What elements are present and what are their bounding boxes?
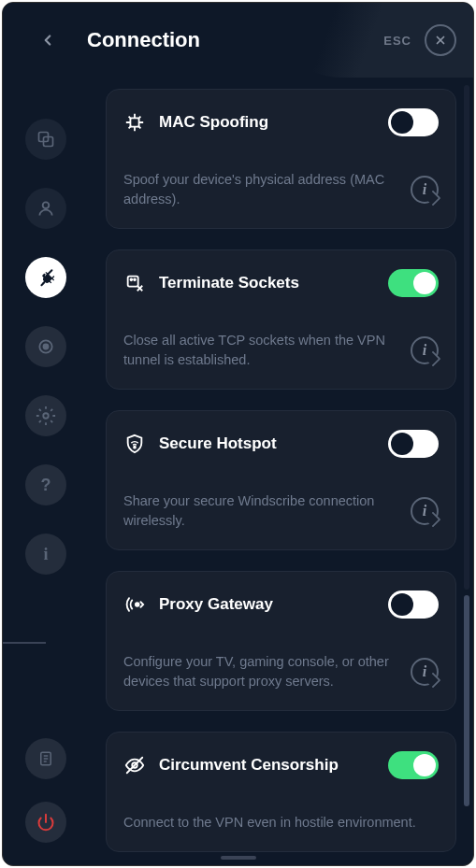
card-title: Proxy Gateway	[159, 595, 375, 614]
card-desc: Share your secure Windscribe connection …	[123, 491, 397, 531]
svg-point-7	[43, 413, 49, 419]
svg-point-27	[134, 447, 136, 448]
broadcast-icon	[123, 593, 146, 616]
sidebar-item-general[interactable]	[25, 119, 66, 160]
sidebar-item-advanced[interactable]	[25, 395, 66, 436]
app-window: Connection ESC	[2, 2, 474, 866]
svg-line-18	[129, 117, 132, 120]
back-button[interactable]	[35, 27, 61, 53]
card-title: MAC Spoofing	[159, 113, 375, 132]
svg-line-21	[129, 126, 132, 129]
toggle-proxy-gateway[interactable]	[388, 591, 439, 619]
scroll-thumb[interactable]	[464, 595, 469, 806]
svg-rect-22	[128, 277, 138, 287]
sidebar-item-quit[interactable]	[25, 802, 66, 843]
close-button[interactable]	[425, 24, 456, 56]
sidebar-item-connection[interactable]	[25, 257, 66, 298]
card-desc: Configure your TV, gaming console, or ot…	[123, 652, 397, 691]
doc-icon	[37, 749, 54, 768]
sidebar-item-logs[interactable]	[25, 738, 66, 779]
scroll-thumb[interactable]	[464, 85, 469, 590]
overlap-icon	[36, 130, 55, 149]
info-icon: i	[43, 545, 48, 564]
header: Connection ESC	[3, 3, 473, 78]
person-icon	[36, 199, 55, 218]
shield-wifi-icon	[123, 433, 146, 455]
plug-icon	[36, 267, 56, 288]
svg-rect-13	[130, 118, 138, 126]
eye-slash-icon	[123, 754, 146, 776]
toggle-terminate-sockets[interactable]	[388, 269, 439, 297]
toggle-secure-hotspot[interactable]	[388, 430, 439, 458]
svg-point-23	[130, 278, 132, 280]
card-title: Circumvent Censorship	[159, 756, 375, 775]
svg-line-20	[138, 117, 141, 120]
sidebar-item-about[interactable]: i	[25, 534, 66, 575]
scrollbar[interactable]	[464, 85, 469, 795]
svg-point-28	[136, 603, 139, 606]
info-button[interactable]: i	[411, 336, 439, 364]
svg-line-19	[138, 126, 141, 129]
card-desc: Close all active TCP sockets when the VP…	[123, 331, 397, 370]
target-icon	[36, 337, 55, 356]
close-icon	[434, 34, 447, 47]
resize-handle[interactable]	[221, 856, 256, 860]
chip-icon	[123, 111, 146, 134]
svg-point-6	[44, 345, 49, 349]
power-icon	[36, 813, 55, 832]
card-desc: Connect to the VPN even in hostile envir…	[123, 813, 439, 832]
svg-point-4	[43, 202, 50, 208]
sidebar-divider	[3, 642, 46, 644]
info-button[interactable]: i	[411, 497, 439, 525]
card-title: Terminate Sockets	[159, 274, 375, 292]
svg-point-24	[134, 278, 136, 280]
toggle-circumvent-censorship[interactable]	[388, 751, 439, 779]
card-secure-hotspot: Secure Hotspot Share your secure Windscr…	[106, 410, 456, 550]
gear-icon	[36, 406, 56, 426]
chevron-left-icon	[39, 32, 56, 49]
card-proxy-gateway: Proxy Gateway Configure your TV, gaming …	[106, 571, 456, 711]
card-desc: Spoof your device's physical address (MA…	[123, 170, 397, 209]
toggle-mac-spoofing[interactable]	[388, 108, 439, 136]
sidebar: ? i	[3, 78, 89, 865]
socket-x-icon	[123, 272, 146, 294]
sidebar-item-account[interactable]	[25, 188, 66, 229]
card-circumvent-censorship: Circumvent Censorship Connect to the VPN…	[106, 732, 456, 852]
sidebar-item-robert[interactable]	[25, 326, 66, 367]
esc-label[interactable]: ESC	[383, 34, 411, 48]
info-button[interactable]: i	[411, 176, 439, 204]
card-mac-spoofing: MAC Spoofing Spoof your device's physica…	[106, 89, 456, 229]
card-terminate-sockets: Terminate Sockets Close all active TCP s…	[106, 249, 456, 390]
card-title: Secure Hotspot	[159, 434, 375, 453]
question-icon: ?	[41, 476, 51, 495]
page-title: Connection	[87, 28, 200, 52]
sidebar-item-help[interactable]: ?	[25, 464, 66, 505]
settings-list: MAC Spoofing Spoof your device's physica…	[89, 78, 473, 865]
info-button[interactable]: i	[411, 658, 439, 686]
